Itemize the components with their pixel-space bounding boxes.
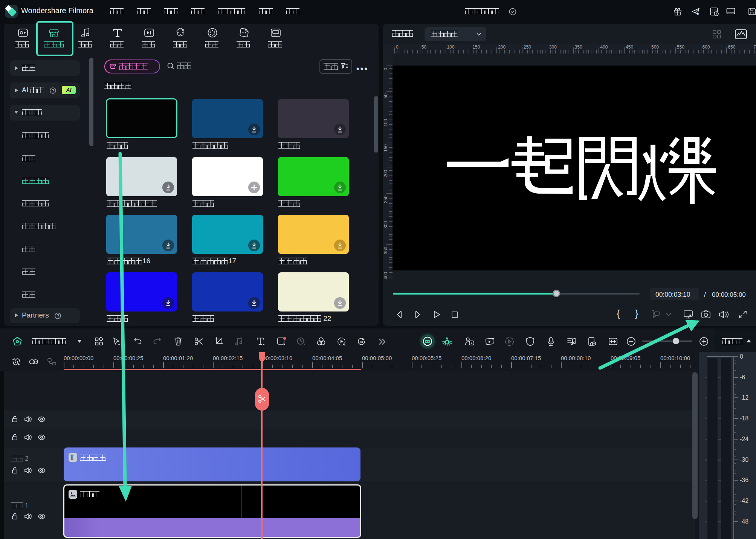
svg-text:AI: AI: [360, 340, 363, 344]
svg-text:8: 8: [697, 12, 699, 16]
